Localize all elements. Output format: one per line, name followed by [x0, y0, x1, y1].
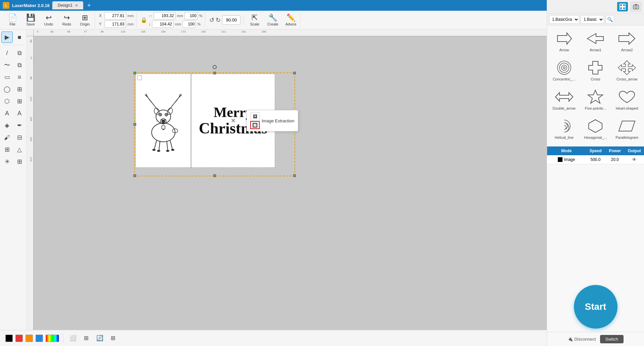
save-button[interactable]: 💾 Save	[22, 13, 39, 27]
origin-button[interactable]: ⊞ Origin	[76, 13, 93, 27]
color-red[interactable]	[15, 335, 23, 342]
shape-item-concentric[interactable]: Concentric_...	[550, 58, 579, 84]
width-pct-input[interactable]	[184, 12, 198, 19]
text-tool[interactable]: A	[1, 108, 13, 119]
rect-tool[interactable]: ▭	[1, 71, 13, 83]
width-input[interactable]	[154, 12, 175, 19]
power-cell[interactable]: 20.0	[605, 155, 625, 164]
filter-search-button[interactable]: 🔍	[605, 15, 614, 24]
switch-button[interactable]: Switch	[600, 335, 624, 343]
shape-item-five-pointer[interactable]: Five-pointe...	[581, 87, 610, 114]
curve-tool[interactable]: 〜	[1, 59, 13, 71]
lock-icon[interactable]: 🔒	[141, 17, 147, 23]
output-eye-icon[interactable]: 👁	[632, 157, 637, 162]
grid2-tool[interactable]: ⊞	[14, 156, 25, 167]
rotate-cw-icon[interactable]: ↻	[216, 16, 221, 24]
shape-item-heart[interactable]: Heart-shaped	[612, 87, 641, 114]
app-title: LaserMaker 2.0.16	[12, 3, 50, 8]
image-icon-bottom[interactable]: 🔲	[250, 121, 260, 129]
shape-item-arrow2[interactable]: Arrow2	[612, 29, 641, 55]
new-tab-button[interactable]: +	[86, 2, 92, 9]
color-orange[interactable]	[25, 335, 33, 342]
shape-item-cross-arrow[interactable]: Cross_arrow	[612, 58, 641, 84]
design-tab[interactable]: Design1 ×	[52, 1, 83, 9]
shape-label-concentric: Concentric_...	[553, 77, 576, 81]
shape-label-arrow1: Arrow1	[590, 48, 601, 52]
svg-point-44	[561, 65, 567, 70]
line-tool[interactable]: /	[1, 47, 13, 59]
category-filter[interactable]: 1.BasicGra	[549, 15, 579, 24]
bottom-refresh-tool[interactable]: 🔄	[94, 333, 105, 344]
align-tool[interactable]: ≡	[14, 71, 25, 83]
ellipse-tool[interactable]: ◯	[1, 83, 13, 95]
rotate-input[interactable]	[222, 15, 240, 25]
burst-tool[interactable]: ✳	[1, 156, 13, 167]
layer-tool[interactable]: ⊞	[1, 144, 13, 155]
node-tool[interactable]: ■	[14, 32, 25, 43]
width-arrow-icon: ↔	[149, 14, 152, 18]
image-extraction-popup[interactable]: 🖼 🔲 Image Extraction	[247, 110, 298, 131]
text-arc-tool[interactable]: A	[14, 108, 25, 119]
distribute-tool[interactable]: ⊞	[14, 83, 25, 95]
height-input[interactable]	[152, 20, 174, 28]
create-group: ⇱ Scale 🔧 Create ✏️ Advice	[245, 13, 301, 27]
shape-item-helical[interactable]: Helical_line	[550, 116, 579, 143]
camera-button[interactable]	[631, 2, 641, 11]
shape-item-parallelogram[interactable]: Parallelogram	[612, 116, 641, 143]
speed-cell[interactable]: 500.0	[586, 155, 605, 164]
shape-item-hexagonal[interactable]: Hexagonal_...	[581, 116, 610, 143]
clone-tool[interactable]: ⧉	[14, 59, 25, 71]
bottom-grid-view-tool[interactable]: ⊞	[108, 333, 118, 344]
shape-item-arrow1[interactable]: Arrow1	[581, 29, 610, 55]
select-tool[interactable]: ▶	[1, 32, 13, 43]
create-button[interactable]: 🔧 Create	[264, 13, 281, 27]
copy-tool[interactable]: ⧉	[14, 47, 25, 59]
parallelogram-shape-svg	[618, 118, 636, 134]
curve-tools: 〜 ⧉	[1, 59, 25, 71]
eyedropper-tool[interactable]: ✒	[14, 120, 25, 131]
polygon-tool[interactable]: ⬡	[1, 96, 13, 107]
brush-tool[interactable]: 🖌	[1, 132, 13, 143]
redo-button[interactable]: ↪ Redo	[58, 13, 75, 27]
eraser-tool[interactable]: ⊟	[14, 132, 25, 143]
file-button[interactable]: 📄 File	[4, 13, 21, 27]
save-icon: 💾	[26, 14, 35, 21]
x-input[interactable]	[104, 12, 126, 19]
shape-label-hexagonal: Hexagonal_...	[584, 135, 607, 139]
fill-tool[interactable]: ◈	[1, 120, 13, 131]
grid-tool[interactable]: ⊞	[14, 96, 25, 107]
undo-button[interactable]: ↩ Undo	[40, 13, 57, 27]
bottom-select-all-tool[interactable]: ⊞	[81, 333, 92, 344]
redo-label: Redo	[62, 22, 71, 26]
y-coord-row: Y mm	[99, 20, 133, 28]
canvas-corner	[27, 30, 34, 36]
shape-item-cross[interactable]: Cross	[581, 58, 610, 84]
arrow2-shape-svg	[618, 31, 636, 46]
image-panel-left[interactable]	[136, 74, 191, 168]
advice-button[interactable]: ✏️ Advice	[282, 13, 299, 27]
canvas-area[interactable]: /* ruler ticks rendered inline */ 0 38 5…	[27, 30, 547, 330]
left-tool-panel: ▶ ■ / ⧉ 〜 ⧉ ▭ ≡ ◯ ⊞ ⬡ ⊞ A A ◈ ✒ 🖌 ⊟ ⊞ △ …	[0, 30, 27, 330]
rotate-ccw-icon[interactable]: ↺	[209, 16, 214, 24]
subcategory-filter[interactable]: 1.Basic	[581, 15, 604, 24]
tab-close-button[interactable]: ×	[75, 3, 78, 8]
trace-tool[interactable]: △	[14, 144, 25, 155]
y-input[interactable]	[104, 20, 126, 28]
color-gradient[interactable]	[46, 335, 59, 342]
shape-item-arrow[interactable]: Arrow	[550, 29, 579, 55]
x-coord-row: X mm	[99, 12, 133, 19]
shape-item-double-arrow[interactable]: Double_arrow	[550, 87, 579, 114]
shapes-panel-button[interactable]	[617, 2, 628, 11]
shape-img-parallelogram	[617, 118, 637, 134]
disconnect-button[interactable]: 🔌 Disconnect	[568, 337, 596, 342]
bottom-select-rect-tool[interactable]: ⬜	[67, 333, 78, 344]
height-pct-input[interactable]	[182, 20, 196, 28]
canvas-content[interactable]: Merry Christmas ✕ 🖼 🔲 Image	[34, 36, 547, 330]
five-pointer-shape-svg	[586, 89, 605, 105]
image-extraction-label[interactable]: Image Extraction	[262, 118, 294, 123]
start-button[interactable]: Start	[574, 285, 618, 329]
color-blue[interactable]	[36, 335, 43, 342]
camera-icon	[633, 4, 639, 10]
scale-button[interactable]: ⇱ Scale	[246, 13, 263, 27]
color-black[interactable]	[5, 335, 13, 342]
